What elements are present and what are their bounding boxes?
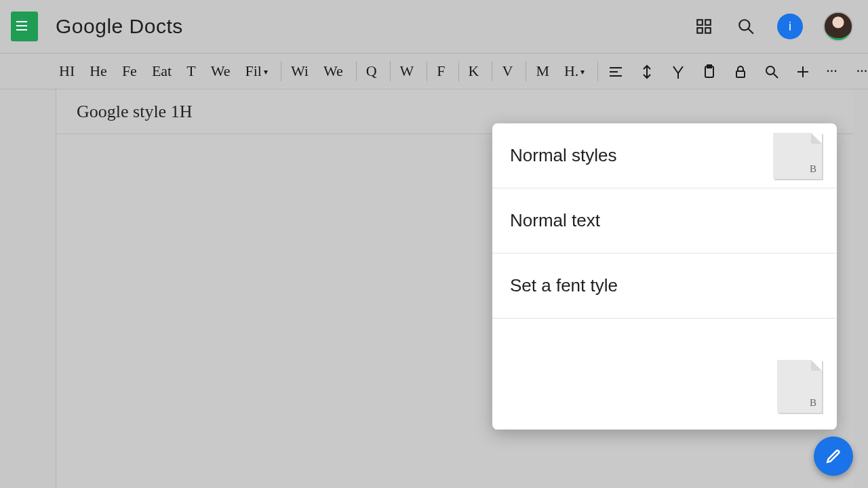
toolbar-item[interactable]: H.▾ — [562, 61, 587, 81]
toolbar-item[interactable]: Fil▾ — [243, 61, 269, 81]
toolbar-item[interactable]: HI — [57, 61, 77, 81]
svg-rect-3 — [705, 28, 711, 33]
edit-fab[interactable] — [814, 436, 853, 476]
lock-icon[interactable] — [730, 61, 751, 82]
style-option-empty[interactable] — [492, 319, 837, 430]
more-icon[interactable]: ··· — [824, 61, 840, 81]
document-heading: Google style 1H — [77, 102, 192, 122]
styles-popup: Normal styles Normal text Set a fent tyl… — [492, 123, 837, 430]
toolbar-item[interactable]: V — [492, 61, 515, 81]
toolbar-item[interactable]: T — [184, 61, 197, 81]
letter-y-icon[interactable] — [668, 61, 688, 82]
style-option-normal-styles[interactable]: Normal styles — [492, 123, 837, 188]
chevron-down-icon: ▾ — [580, 67, 585, 77]
svg-rect-0 — [697, 20, 703, 25]
svg-rect-2 — [697, 28, 703, 33]
toolbar-item[interactable]: We — [209, 61, 233, 81]
svg-point-14 — [766, 66, 774, 75]
toolbar-item[interactable]: We — [321, 61, 345, 81]
svg-rect-13 — [736, 71, 745, 77]
toolbar-item[interactable]: W — [390, 61, 416, 81]
search-icon[interactable] — [735, 16, 757, 37]
apps-icon[interactable] — [693, 16, 715, 37]
pencil-icon — [825, 447, 842, 465]
more-icon[interactable]: ··· — [854, 61, 868, 81]
style-thumbnail-icon — [777, 360, 822, 413]
toolbar-item[interactable]: M — [526, 61, 551, 81]
toolbar-item[interactable]: Q — [356, 61, 379, 81]
app-logo-icon[interactable] — [11, 12, 38, 41]
info-button[interactable]: i — [777, 14, 803, 39]
svg-line-15 — [774, 74, 778, 78]
svg-line-5 — [748, 28, 753, 34]
toolbar-item[interactable]: He — [87, 61, 109, 81]
svg-point-4 — [739, 20, 749, 30]
chevron-down-icon: ▾ — [264, 67, 268, 77]
style-option-normal-text[interactable]: Normal text — [492, 188, 837, 253]
toolbar-item[interactable]: F — [427, 61, 447, 81]
toolbar-item[interactable]: Fe — [120, 61, 139, 81]
toolbar-item[interactable]: Eat — [150, 61, 174, 81]
search-tool-icon[interactable] — [762, 61, 782, 82]
account-avatar[interactable] — [823, 12, 853, 41]
toolbar-item[interactable]: Wi — [281, 61, 311, 81]
toolbar-overflow: ··· ··· 0 — [824, 61, 868, 81]
app-header: Google Docts i — [0, 0, 868, 53]
header-actions: i — [693, 12, 853, 41]
style-option-label: Normal text — [510, 210, 600, 231]
style-option-set-font[interactable]: Set a fent tyle — [492, 253, 837, 319]
info-glyph: i — [789, 20, 791, 34]
align-icon[interactable] — [597, 61, 626, 82]
style-thumbnail-icon — [773, 133, 822, 179]
toolbar-item[interactable]: K — [458, 61, 481, 81]
add-icon[interactable] — [793, 61, 813, 82]
spacing-icon[interactable] — [637, 61, 657, 82]
clipboard-icon[interactable] — [699, 61, 719, 82]
style-option-label: Set a fent tyle — [510, 275, 618, 296]
style-option-label: Normal styles — [510, 145, 616, 166]
svg-rect-1 — [705, 20, 711, 25]
format-toolbar: HI He Fe Eat T We Fil▾ Wi We Q W F K V M… — [0, 53, 868, 89]
app-title: Google Docts — [56, 15, 183, 38]
